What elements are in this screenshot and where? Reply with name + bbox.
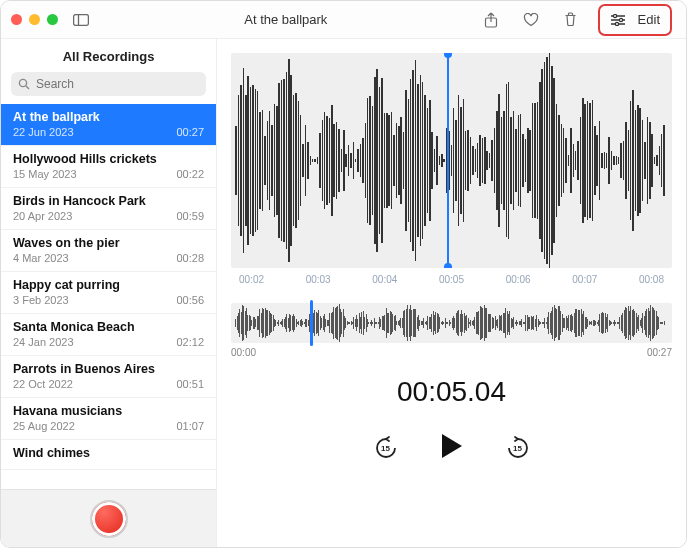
favorite-button[interactable]	[518, 9, 544, 31]
play-button[interactable]	[439, 432, 465, 464]
recording-name: Birds in Hancock Park	[13, 194, 204, 208]
recording-row[interactable]: Happy cat purring 3 Feb 202300:56	[1, 272, 216, 314]
share-button[interactable]	[478, 9, 504, 31]
recording-date: 15 May 2023	[13, 168, 77, 180]
recording-duration: 02:12	[176, 336, 204, 348]
window-title: At the ballpark	[94, 12, 478, 27]
recording-name: Waves on the pier	[13, 236, 204, 250]
close-window-button[interactable]	[11, 14, 22, 25]
timeline-tick: 00:03	[306, 274, 331, 285]
toggle-sidebar-button[interactable]	[68, 9, 94, 31]
svg-point-6	[619, 18, 622, 21]
toolbar-right: Edit	[478, 4, 672, 36]
recording-duration: 00:27	[176, 126, 204, 138]
scrub-start-label: 00:00	[231, 347, 256, 358]
search-input[interactable]	[36, 77, 199, 91]
recording-duration: 00:22	[176, 168, 204, 180]
recording-name: Santa Monica Beach	[13, 320, 204, 334]
sidebar-title: All Recordings	[1, 39, 216, 72]
sidebar-footer	[1, 489, 216, 547]
edit-button[interactable]: Edit	[638, 12, 660, 27]
recording-duration: 00:28	[176, 252, 204, 264]
main-panel: 00:0200:0300:0400:0500:0600:0700:08 00:0…	[217, 39, 686, 547]
scrub-end-label: 00:27	[647, 347, 672, 358]
recording-row[interactable]: Waves on the pier 4 Mar 202300:28	[1, 230, 216, 272]
app-window: At the ballpark Edit All Recordings	[0, 0, 687, 548]
recording-row[interactable]: Wind chimes	[1, 440, 216, 470]
recordings-list: At the ballpark 22 Jun 202300:27Hollywoo…	[1, 104, 216, 489]
recording-date: 22 Oct 2022	[13, 378, 73, 390]
recording-name: Hollywood Hills crickets	[13, 152, 204, 166]
skip-back-button[interactable]: 15	[373, 435, 399, 461]
skip-forward-button[interactable]: 15	[505, 435, 531, 461]
record-button[interactable]	[90, 500, 128, 538]
recording-date: 25 Aug 2022	[13, 420, 75, 432]
window-controls	[11, 14, 58, 25]
recording-date: 22 Jun 2023	[13, 126, 74, 138]
timeline-tick: 00:07	[572, 274, 597, 285]
recording-row[interactable]: Havana musicians 25 Aug 202201:07	[1, 398, 216, 440]
recording-row[interactable]: Santa Monica Beach 24 Jan 202302:12	[1, 314, 216, 356]
recording-row[interactable]: Hollywood Hills crickets 15 May 202300:2…	[1, 146, 216, 188]
recording-date: 24 Jan 2023	[13, 336, 74, 348]
recording-name: Parrots in Buenos Aires	[13, 362, 204, 376]
playback-controls: 15 15	[217, 432, 686, 464]
svg-line-10	[26, 86, 29, 89]
titlebar: At the ballpark Edit	[1, 1, 686, 39]
recording-duration: 00:56	[176, 294, 204, 306]
recording-row[interactable]: Parrots in Buenos Aires 22 Oct 202200:51	[1, 356, 216, 398]
minimize-window-button[interactable]	[29, 14, 40, 25]
timeline-tick: 00:04	[372, 274, 397, 285]
waveform-display[interactable]	[231, 53, 672, 268]
recording-name: Wind chimes	[13, 446, 204, 460]
timeline-tick: 00:06	[506, 274, 531, 285]
edit-controls-highlight: Edit	[598, 4, 672, 36]
recording-row[interactable]: Birds in Hancock Park 20 Apr 202300:59	[1, 188, 216, 230]
recording-date: 3 Feb 2023	[13, 294, 69, 306]
svg-point-4	[613, 14, 616, 17]
svg-point-8	[615, 22, 618, 25]
overview-playhead[interactable]	[310, 300, 313, 346]
svg-rect-0	[74, 14, 89, 25]
playback-settings-button[interactable]	[610, 9, 626, 31]
search-icon	[18, 78, 30, 90]
search-field[interactable]	[11, 72, 206, 96]
recording-name: At the ballpark	[13, 110, 204, 124]
recording-date: 20 Apr 2023	[13, 210, 72, 222]
delete-button[interactable]	[558, 9, 584, 31]
recording-name: Havana musicians	[13, 404, 204, 418]
timeline-tick: 00:08	[639, 274, 664, 285]
timeline-tick: 00:05	[439, 274, 464, 285]
svg-point-9	[19, 79, 26, 86]
recording-duration: 00:59	[176, 210, 204, 222]
sidebar: All Recordings At the ballpark 22 Jun 20…	[1, 39, 217, 547]
recording-row[interactable]: At the ballpark 22 Jun 202300:27	[1, 104, 216, 146]
timeline-tick: 00:02	[239, 274, 264, 285]
playhead[interactable]	[447, 53, 449, 268]
zoom-window-button[interactable]	[47, 14, 58, 25]
recording-name: Happy cat purring	[13, 278, 204, 292]
recording-duration: 01:07	[176, 420, 204, 432]
overview-scrubber[interactable]	[231, 303, 672, 343]
recording-date: 4 Mar 2023	[13, 252, 69, 264]
recording-duration: 00:51	[176, 378, 204, 390]
timeline-ruler: 00:0200:0300:0400:0500:0600:0700:08	[239, 274, 664, 285]
current-time: 00:05.04	[217, 376, 686, 408]
